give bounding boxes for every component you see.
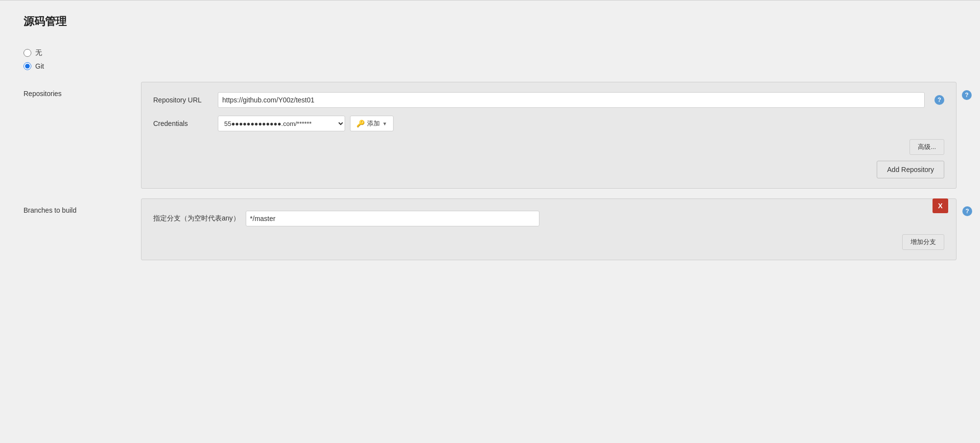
branches-panel: X 指定分支（为空时代表any） 增加分支 [141, 198, 957, 260]
page-container: 源码管理 无 Git Repositories ? Repository URL [0, 0, 980, 443]
branch-input[interactable] [246, 211, 539, 226]
repositories-panel: ? Repository URL ? Credentials 55●●●●●●●… [141, 82, 957, 189]
scm-radio-group: 无 Git [23, 49, 957, 70]
repo-url-help-icon[interactable]: ? [934, 95, 944, 105]
radio-git-item[interactable]: Git [23, 62, 957, 70]
add-branch-btn-row: 增加分支 [153, 234, 944, 250]
repositories-section-row: Repositories ? Repository URL ? Credenti… [23, 82, 957, 189]
branches-section-row: Branches to build X 指定分支（为空时代表any） 增加分支 [23, 198, 957, 260]
credentials-controls: 55●●●●●●●●●●●●●.com/****** 🔑 添加 ▼ [218, 116, 394, 131]
radio-none-item[interactable]: 无 [23, 49, 957, 57]
delete-branch-button[interactable]: X [933, 198, 948, 213]
repo-url-label: Repository URL [153, 96, 212, 104]
add-credential-label: 添加 [367, 119, 380, 128]
branches-section-label: Branches to build [23, 198, 131, 214]
branches-panel-wrapper: X 指定分支（为空时代表any） 增加分支 ? [141, 198, 957, 260]
credentials-label: Credentials [153, 120, 212, 127]
content-area: 无 Git Repositories ? Repository URL ? [0, 39, 980, 280]
branch-input-row: 指定分支（为空时代表any） [153, 211, 944, 226]
repo-url-input[interactable] [218, 92, 925, 108]
radio-none-label: 无 [35, 49, 42, 57]
credentials-row: Credentials 55●●●●●●●●●●●●●.com/****** 🔑… [153, 116, 944, 131]
radio-git-label: Git [35, 62, 44, 70]
radio-none-input[interactable] [23, 49, 31, 57]
page-title: 源码管理 [23, 14, 957, 29]
add-credential-button[interactable]: 🔑 添加 ▼ [350, 116, 394, 131]
repositories-help-icon[interactable]: ? [962, 90, 972, 100]
repositories-section-label: Repositories [23, 82, 131, 98]
branch-label: 指定分支（为空时代表any） [153, 214, 240, 223]
radio-git-input[interactable] [23, 62, 31, 70]
dropdown-arrow-icon: ▼ [382, 121, 387, 126]
advanced-button[interactable]: 高级... [910, 139, 944, 155]
advanced-btn-row: 高级... [153, 139, 944, 155]
branches-help-icon[interactable]: ? [962, 206, 972, 216]
credentials-select[interactable]: 55●●●●●●●●●●●●●.com/****** [218, 116, 345, 131]
page-header: 源码管理 [0, 0, 980, 39]
key-icon: 🔑 [356, 120, 365, 127]
add-branch-button[interactable]: 增加分支 [902, 234, 944, 250]
repo-url-row: Repository URL ? [153, 92, 944, 108]
add-repository-button[interactable]: Add Repository [877, 161, 944, 178]
add-repo-btn-row: Add Repository [153, 161, 944, 178]
